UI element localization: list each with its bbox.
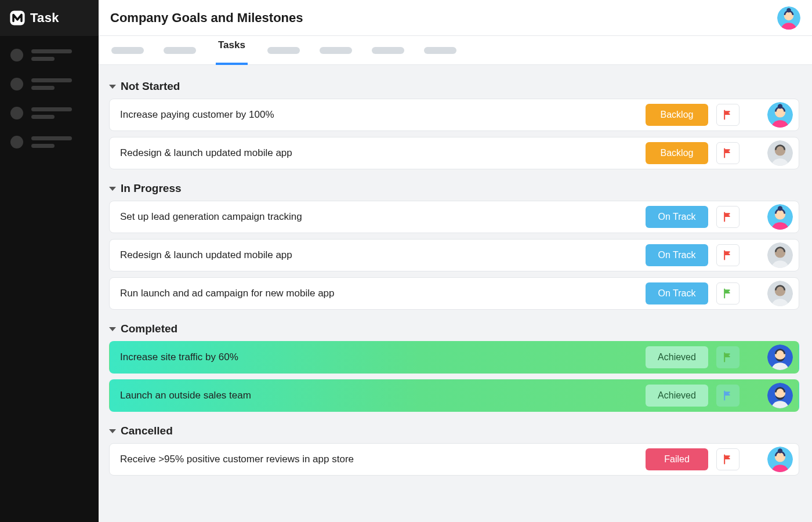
sidebar-item-placeholder[interactable]: [10, 136, 88, 148]
task-row[interactable]: Redesign & launch updated mobile appBack…: [109, 137, 799, 169]
status-badge[interactable]: Achieved: [646, 385, 708, 407]
tab-placeholder[interactable]: [164, 47, 196, 54]
status-badge[interactable]: Failed: [646, 448, 708, 470]
nav-item-text-placeholder: [31, 49, 72, 61]
task-title: Redesign & launch updated mobile app: [120, 249, 637, 261]
group-header[interactable]: Completed: [107, 320, 799, 341]
flag-icon: [722, 351, 734, 363]
priority-flag[interactable]: [716, 346, 740, 368]
task-row[interactable]: Run launch and ad campaign for new mobil…: [109, 277, 799, 310]
task-list: Set up lead generation campaign tracking…: [107, 201, 799, 310]
flag-icon: [722, 211, 734, 223]
assignee-avatar[interactable]: [767, 204, 793, 230]
status-badge[interactable]: On Track: [646, 244, 708, 266]
flag-icon: [722, 147, 734, 159]
sidebar-item-placeholder[interactable]: [10, 107, 88, 119]
current-user-avatar[interactable]: [777, 6, 800, 30]
task-row[interactable]: Increase site traffic by 60%Achieved: [109, 341, 799, 374]
task-board: Not StartedIncrease paying customer by 1…: [99, 65, 812, 522]
tab-placeholder[interactable]: [111, 47, 144, 54]
task-group-in-progress: In ProgressSet up lead generation campai…: [107, 180, 799, 310]
task-list: Increase site traffic by 60%Achieved Lau…: [107, 341, 799, 412]
app-root: Task Company Goals and Miles: [0, 0, 812, 522]
task-title: Redesign & launch updated mobile app: [120, 147, 637, 159]
priority-flag[interactable]: [716, 104, 740, 126]
status-badge[interactable]: On Track: [646, 206, 708, 228]
sidebar-brand[interactable]: Task: [0, 0, 99, 36]
page-title: Company Goals and Milestones: [110, 10, 777, 26]
app-name: Task: [30, 10, 59, 26]
priority-flag[interactable]: [716, 385, 740, 407]
status-badge[interactable]: Achieved: [646, 346, 708, 368]
flag-icon: [722, 390, 734, 401]
group-title: In Progress: [121, 182, 182, 195]
flag-icon: [722, 288, 734, 299]
assignee-avatar[interactable]: [767, 242, 793, 268]
assignee-avatar[interactable]: [767, 447, 793, 472]
task-list: Receive >95% positive customer reviews i…: [107, 443, 799, 476]
assignee-avatar[interactable]: [767, 140, 793, 166]
task-row[interactable]: Receive >95% positive customer reviews i…: [109, 443, 799, 476]
chevron-down-icon: [109, 429, 116, 433]
nav-bullet-icon: [10, 107, 23, 119]
task-title: Increase paying customer by 100%: [120, 109, 637, 121]
task-row[interactable]: Redesign & launch updated mobile appOn T…: [109, 239, 799, 271]
group-header[interactable]: Cancelled: [107, 422, 799, 443]
assignee-avatar[interactable]: [767, 383, 793, 408]
task-row[interactable]: Set up lead generation campaign tracking…: [109, 201, 799, 233]
nav-bullet-icon: [10, 136, 23, 148]
sidebar-item-placeholder[interactable]: [10, 78, 88, 90]
nav-item-text-placeholder: [31, 136, 72, 148]
priority-flag[interactable]: [716, 282, 740, 304]
nav-item-text-placeholder: [31, 78, 72, 90]
main-column: Company Goals and Milestones Tasks Not S…: [99, 0, 812, 522]
chevron-down-icon: [109, 187, 116, 191]
tab-tasks[interactable]: Tasks: [216, 36, 248, 65]
assignee-avatar[interactable]: [767, 281, 793, 306]
group-title: Completed: [121, 322, 177, 335]
task-title: Run launch and ad campaign for new mobil…: [120, 288, 637, 299]
priority-flag[interactable]: [716, 244, 740, 266]
task-title: Increase site traffic by 60%: [120, 351, 637, 363]
task-title: Receive >95% positive customer reviews i…: [120, 454, 637, 465]
task-group-cancelled: CancelledReceive >95% positive customer …: [107, 422, 799, 476]
view-tabs: Tasks: [99, 36, 812, 65]
tab-placeholder[interactable]: [372, 47, 404, 54]
sidebar-item-placeholder[interactable]: [10, 49, 88, 61]
status-badge[interactable]: Backlog: [646, 104, 708, 126]
page-header: Company Goals and Milestones: [99, 0, 812, 36]
group-header[interactable]: Not Started: [107, 78, 799, 99]
flag-icon: [722, 249, 734, 261]
group-title: Not Started: [121, 80, 180, 93]
priority-flag[interactable]: [716, 448, 740, 470]
flag-icon: [722, 109, 734, 121]
assignee-avatar[interactable]: [767, 345, 793, 370]
chevron-down-icon: [109, 327, 116, 331]
flag-icon: [722, 454, 734, 465]
nav-item-text-placeholder: [31, 107, 72, 119]
task-title: Set up lead generation campaign tracking: [120, 211, 637, 223]
priority-flag[interactable]: [716, 142, 740, 164]
chevron-down-icon: [109, 85, 116, 89]
assignee-avatar[interactable]: [767, 102, 793, 128]
tab-placeholder[interactable]: [320, 47, 352, 54]
nav-bullet-icon: [10, 78, 23, 90]
status-badge[interactable]: On Track: [646, 282, 708, 304]
task-title: Launch an outside sales team: [120, 390, 637, 401]
priority-flag[interactable]: [716, 206, 740, 228]
sidebar: Task: [0, 0, 99, 522]
status-badge[interactable]: Backlog: [646, 142, 708, 164]
task-group-completed: CompletedIncrease site traffic by 60%Ach…: [107, 320, 799, 412]
group-header[interactable]: In Progress: [107, 180, 799, 201]
task-row[interactable]: Increase paying customer by 100%Backlog: [109, 99, 799, 131]
group-title: Cancelled: [121, 425, 173, 437]
svg-rect-0: [10, 10, 24, 25]
task-list: Increase paying customer by 100%Backlog …: [107, 99, 799, 169]
tab-placeholder[interactable]: [267, 47, 300, 54]
logo-icon: [9, 10, 26, 26]
task-group-not-started: Not StartedIncrease paying customer by 1…: [107, 78, 799, 169]
nav-bullet-icon: [10, 49, 23, 61]
task-row[interactable]: Launch an outside sales teamAchieved: [109, 379, 799, 412]
tab-placeholder[interactable]: [424, 47, 456, 54]
sidebar-nav: [0, 36, 99, 161]
